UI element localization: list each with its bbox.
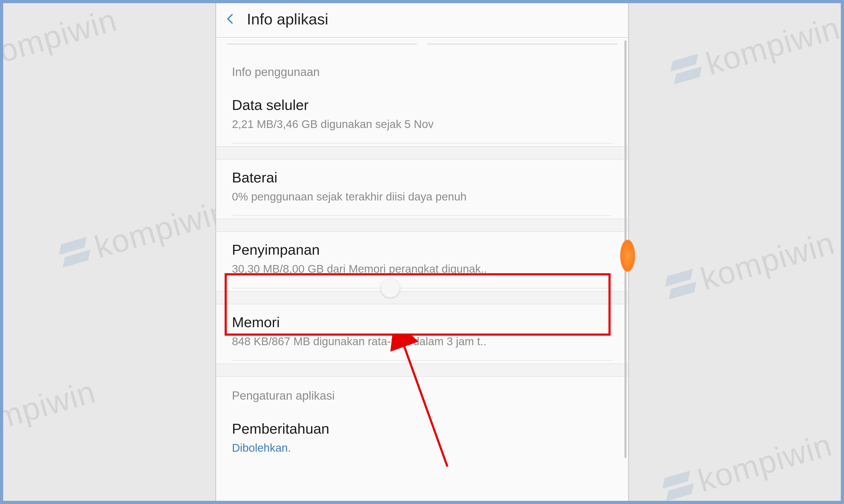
section-settings-header: Pengaturan aplikasi	[216, 377, 628, 411]
item-title: Data seluler	[232, 97, 612, 113]
divider	[232, 143, 612, 144]
item-storage[interactable]: Penyimpanan 30,30 MB/8,00 GB dari Memori…	[216, 232, 628, 288]
divider	[232, 360, 612, 361]
ghost-button-right[interactable]	[428, 41, 618, 44]
settings-content: Info penggunaan Data seluler 2,21 MB/3,4…	[216, 38, 628, 458]
section-divider	[216, 146, 628, 160]
item-subtitle: Dibolehkan.	[232, 440, 612, 456]
item-subtitle: 848 KB/867 MB digunakan rata-rata dalam …	[232, 334, 612, 349]
item-memory[interactable]: Memori 848 KB/867 MB digunakan rata-rata…	[216, 304, 628, 360]
page-title: Info aplikasi	[247, 10, 328, 28]
item-title: Baterai	[232, 169, 612, 186]
back-icon[interactable]	[224, 13, 237, 25]
divider	[232, 288, 612, 288]
screenshot-frame: kompiwin kompiwin kompiwin kompiwin komp…	[0, 0, 844, 504]
item-mobile-data[interactable]: Data seluler 2,21 MB/3,46 GB digunakan s…	[216, 87, 628, 143]
section-usage-header: Info penggunaan	[216, 49, 628, 87]
ghost-button-left[interactable]	[227, 41, 417, 44]
top-buttons	[216, 38, 628, 49]
divider	[232, 215, 612, 216]
section-divider	[216, 363, 628, 377]
item-title: Pemberitahuan	[232, 420, 612, 437]
phone-screen: Info aplikasi Info penggunaan Data selul…	[216, 1, 628, 504]
floating-dot	[381, 279, 399, 298]
section-divider	[216, 218, 628, 232]
item-subtitle: 0% penggunaan sejak terakhir diisi daya …	[232, 189, 612, 204]
app-bar: Info aplikasi	[216, 1, 628, 38]
item-title: Memori	[232, 314, 612, 330]
scroll-indicator	[620, 240, 635, 272]
item-notifications[interactable]: Pemberitahuan Dibolehkan.	[216, 411, 628, 458]
item-subtitle: 2,21 MB/3,46 GB digunakan sejak 5 Nov	[232, 117, 612, 132]
item-battery[interactable]: Baterai 0% penggunaan sejak terakhir dii…	[216, 160, 628, 216]
section-divider	[216, 291, 628, 304]
item-subtitle: 30,30 MB/8,00 GB dari Memori perangkat d…	[232, 262, 612, 277]
item-title: Penyimpanan	[232, 241, 612, 258]
